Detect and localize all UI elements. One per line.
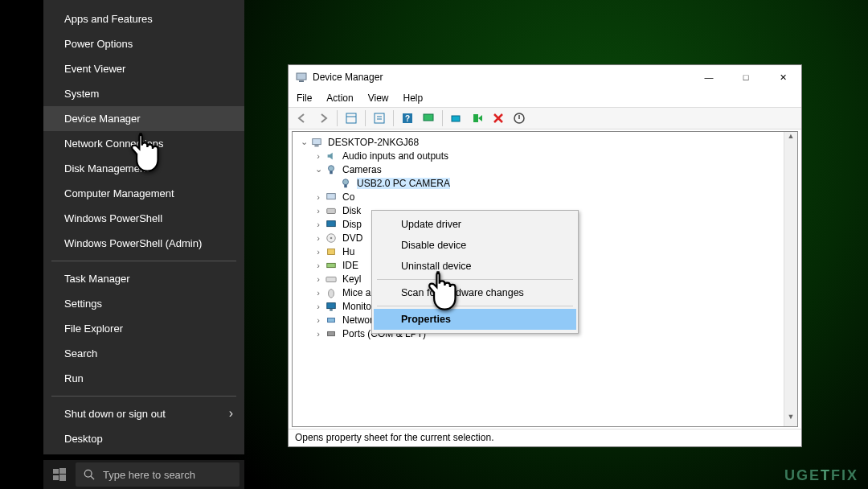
taskbar: Type here to search [43,460,244,489]
svg-rect-16 [452,116,460,121]
expand-toggle-icon[interactable] [313,329,323,339]
titlebar[interactable]: Device Manager — □ ✕ [289,65,801,89]
svg-rect-37 [328,331,335,335]
svg-rect-19 [313,138,321,144]
enable-device-button[interactable] [469,109,486,127]
winx-item-file-explorer[interactable]: File Explorer [43,316,244,341]
menu-action[interactable]: Action [326,92,353,104]
winx-item-computer-management[interactable]: Computer Management [43,181,244,206]
toolbar: ? [289,107,801,129]
disk-icon [325,204,338,217]
winx-item-settings[interactable]: Settings [43,291,244,316]
expand-toggle-icon[interactable] [313,247,323,257]
svg-rect-36 [328,318,335,322]
winx-item-disk-management[interactable]: Disk Management [43,156,244,181]
toolbar-separator [442,110,443,126]
expand-toggle-icon[interactable] [299,137,309,147]
winx-item-power-options[interactable]: Power Options [43,31,244,56]
show-hide-tree-button[interactable] [342,109,360,127]
ctx-separator [377,306,573,306]
tree-root-label: DESKTOP-2NKGJ68 [328,137,419,148]
winx-item-windows-powershell-admin[interactable]: Windows PowerShell (Admin) [43,231,244,256]
update-driver-button[interactable] [448,109,465,127]
svg-rect-35 [330,309,333,310]
vertical-scrollbar[interactable]: ▲ ▼ [784,132,797,426]
winx-item-system[interactable]: System [43,81,244,106]
toolbar-separator [365,110,366,126]
tree-leaf-usb-camera[interactable]: USB2.0 PC CAMERA [299,176,797,190]
tree-node-computer[interactable]: Co [299,190,797,203]
forward-button[interactable] [314,109,332,127]
svg-rect-27 [327,220,336,226]
svg-rect-3 [59,475,66,481]
start-button[interactable] [43,460,76,489]
winx-item-search[interactable]: Search [43,341,244,366]
svg-rect-34 [327,302,336,308]
expand-toggle-icon[interactable] [313,302,323,311]
disable-device-button[interactable] [510,109,528,127]
dvd-icon [325,232,338,244]
network-icon [325,314,338,327]
svg-point-33 [329,289,334,298]
close-button[interactable]: ✕ [764,65,801,89]
svg-point-29 [330,236,333,239]
expand-toggle-icon[interactable] [313,206,323,216]
ctx-item-scan-hardware[interactable]: Scan for hardware changes [374,282,576,303]
computer-icon [310,136,323,149]
tree-node-cameras[interactable]: Cameras [299,162,797,176]
expand-toggle-icon[interactable] [313,220,323,229]
winx-item-desktop[interactable]: Desktop [43,426,244,451]
winx-item-windows-powershell[interactable]: Windows PowerShell [43,206,244,231]
expand-toggle-icon[interactable] [313,315,323,325]
expand-toggle-icon[interactable] [313,233,323,243]
tree-node-label: Hu [342,246,354,257]
expand-toggle-icon[interactable] [313,261,323,270]
expand-toggle-icon[interactable] [313,164,323,175]
winx-item-task-manager[interactable]: Task Manager [43,266,244,291]
svg-rect-17 [473,114,478,122]
winx-item-shutdown-or-signout[interactable]: Shut down or sign out [43,401,244,426]
tree-root[interactable]: DESKTOP-2NKGJ68 [299,135,797,149]
properties-button[interactable] [371,109,388,127]
help-button[interactable]: ? [399,109,416,127]
svg-rect-25 [327,193,336,199]
tree-node-label: Audio inputs and outputs [342,150,448,162]
svg-rect-22 [330,171,333,174]
tree-node-label: Keyl [342,273,361,285]
winx-item-device-manager[interactable]: Device Manager [43,106,244,131]
minimize-button[interactable]: — [690,65,727,89]
toolbar-separator [337,110,338,126]
menu-view[interactable]: View [368,92,389,104]
winx-item-run[interactable]: Run [43,366,244,391]
svg-point-21 [329,165,334,171]
expand-toggle-icon[interactable] [313,151,323,161]
svg-line-5 [91,476,94,479]
scroll-down-icon[interactable]: ▼ [784,413,797,426]
keyboard-icon [325,273,338,286]
ctx-item-uninstall-device[interactable]: Uninstall device [374,256,576,277]
taskbar-search[interactable]: Type here to search [76,462,240,487]
expand-toggle-icon[interactable] [313,192,323,202]
expand-toggle-icon[interactable] [313,288,323,298]
watermark: UGETFIX [784,467,858,484]
svg-rect-7 [299,80,304,82]
menu-help[interactable]: Help [403,92,424,104]
back-button[interactable] [293,109,311,127]
ctx-item-properties[interactable]: Properties [374,309,576,330]
winx-item-event-viewer[interactable]: Event Viewer [43,56,244,81]
expand-toggle-icon[interactable] [313,274,323,284]
computer-icon [325,191,338,203]
winx-item-apps-and-features[interactable]: Apps and Features [43,6,244,31]
maximize-button[interactable]: □ [727,65,764,89]
menu-file[interactable]: File [297,92,312,104]
uninstall-device-button[interactable] [489,109,507,127]
svg-rect-1 [59,468,66,474]
ctx-item-update-driver[interactable]: Update driver [374,214,576,235]
ctx-separator [377,279,573,280]
winx-item-network-connections[interactable]: Network Connections [43,131,244,156]
scroll-up-icon[interactable]: ▲ [784,132,797,146]
ctx-item-disable-device[interactable]: Disable device [374,235,576,256]
scan-hardware-button[interactable] [420,109,437,127]
tree-node-audio[interactable]: Audio inputs and outputs [299,149,797,162]
svg-rect-15 [424,114,433,121]
